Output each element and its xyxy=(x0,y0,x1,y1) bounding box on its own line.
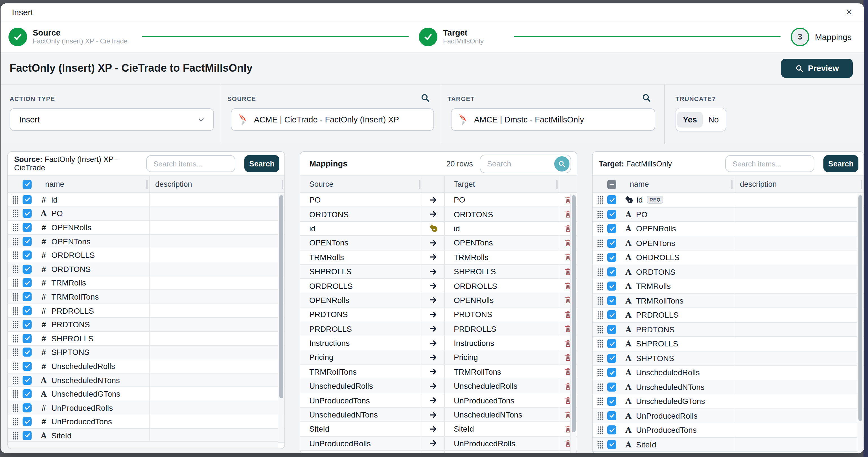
row-checkbox[interactable] xyxy=(607,224,616,233)
row-checkbox[interactable] xyxy=(607,411,616,420)
row-checkbox[interactable] xyxy=(607,397,616,406)
row-checkbox[interactable] xyxy=(23,376,32,385)
drag-handle[interactable] xyxy=(12,376,19,384)
action-type-select[interactable]: Insert xyxy=(9,108,214,131)
required-badge: REQ xyxy=(647,196,663,204)
drag-handle[interactable] xyxy=(597,369,603,377)
row-checkbox[interactable] xyxy=(23,431,32,440)
row-checkbox[interactable] xyxy=(23,320,32,329)
drag-handle[interactable] xyxy=(12,307,19,315)
row-checkbox[interactable] xyxy=(607,426,616,435)
drag-handle[interactable] xyxy=(597,412,603,420)
drag-handle[interactable] xyxy=(12,251,19,259)
select-all-checkbox[interactable] xyxy=(607,180,616,189)
drag-handle[interactable] xyxy=(597,326,603,333)
target-search-button[interactable]: Search xyxy=(824,155,859,172)
drag-handle[interactable] xyxy=(597,397,603,405)
drag-handle[interactable] xyxy=(597,282,603,290)
row-checkbox[interactable] xyxy=(607,195,616,204)
row-checkbox[interactable] xyxy=(607,311,616,320)
drag-handle[interactable] xyxy=(12,279,19,287)
drag-handle[interactable] xyxy=(12,293,19,301)
drag-handle[interactable] xyxy=(597,196,603,204)
row-checkbox[interactable] xyxy=(23,417,32,426)
row-checkbox[interactable] xyxy=(23,195,32,204)
scrollbar-thumb[interactable] xyxy=(572,195,576,432)
row-checkbox[interactable] xyxy=(607,296,616,305)
drag-handle[interactable] xyxy=(12,209,19,218)
truncate-yes-option[interactable]: Yes xyxy=(677,112,703,128)
row-checkbox[interactable] xyxy=(23,403,32,412)
row-checkbox[interactable] xyxy=(607,267,616,276)
step-target[interactable]: Target FactMillsOnly xyxy=(443,28,504,45)
drag-handle[interactable] xyxy=(597,254,603,262)
source-search-button[interactable]: Search xyxy=(244,155,279,172)
drag-handle[interactable] xyxy=(12,418,19,426)
table-row: AUnscheduledNTons xyxy=(593,380,864,394)
drag-handle[interactable] xyxy=(12,321,19,328)
row-checkbox[interactable] xyxy=(23,292,32,301)
target-search-icon[interactable] xyxy=(642,93,651,103)
drag-handle[interactable] xyxy=(12,390,19,398)
drag-handle[interactable] xyxy=(12,334,19,342)
drag-handle[interactable] xyxy=(597,383,603,391)
row-checkbox[interactable] xyxy=(23,306,32,315)
drag-handle[interactable] xyxy=(12,223,19,231)
drag-handle[interactable] xyxy=(597,340,603,348)
panels-area: Source: FactOnly (Insert) XP - CieTrade … xyxy=(1,144,864,453)
target-items-search-input[interactable] xyxy=(725,155,814,172)
row-checkbox[interactable] xyxy=(23,223,32,232)
row-checkbox[interactable] xyxy=(23,334,32,343)
mappings-search-button[interactable] xyxy=(554,156,569,171)
drag-handle[interactable] xyxy=(597,354,603,362)
key-icon xyxy=(625,196,633,204)
row-checkbox[interactable] xyxy=(607,210,616,219)
drag-handle[interactable] xyxy=(12,237,19,245)
row-checkbox[interactable] xyxy=(23,265,32,274)
drag-handle[interactable] xyxy=(597,297,603,305)
truncate-no-option[interactable]: No xyxy=(703,112,724,128)
row-checkbox[interactable] xyxy=(23,362,32,371)
drag-handle[interactable] xyxy=(12,349,19,356)
row-checkbox[interactable] xyxy=(607,325,616,334)
step-mappings[interactable]: Mappings xyxy=(815,32,851,41)
drag-handle[interactable] xyxy=(12,362,19,370)
scrollbar-thumb[interactable] xyxy=(859,195,862,421)
drag-handle[interactable] xyxy=(597,225,603,233)
step-source[interactable]: Source FactOnly (Insert) XP - CieTrade xyxy=(33,28,132,45)
row-checkbox[interactable] xyxy=(607,339,616,349)
drag-handle[interactable] xyxy=(12,432,19,439)
field-name: ORDROLLS xyxy=(636,253,680,262)
drag-handle[interactable] xyxy=(597,268,603,276)
drag-handle[interactable] xyxy=(12,265,19,273)
row-checkbox[interactable] xyxy=(607,239,616,248)
row-checkbox[interactable] xyxy=(607,282,616,291)
drag-handle[interactable] xyxy=(597,426,603,434)
row-checkbox[interactable] xyxy=(23,180,32,189)
row-checkbox[interactable] xyxy=(23,389,32,398)
row-checkbox[interactable] xyxy=(23,237,32,246)
source-connection-field[interactable]: ACME | CieTrade - FactOnly (Insert) XP xyxy=(231,108,434,131)
row-checkbox[interactable] xyxy=(607,354,616,363)
row-checkbox[interactable] xyxy=(607,383,616,392)
drag-handle[interactable] xyxy=(597,311,603,319)
close-icon[interactable]: ✕ xyxy=(845,8,853,17)
row-checkbox[interactable] xyxy=(607,368,616,377)
row-checkbox[interactable] xyxy=(23,279,32,288)
row-checkbox[interactable] xyxy=(23,348,32,357)
row-checkbox[interactable] xyxy=(23,209,32,218)
horizontal-scrollbar[interactable] xyxy=(8,441,278,448)
preview-button[interactable]: Preview xyxy=(781,59,853,78)
scrollbar-thumb[interactable] xyxy=(279,195,283,398)
drag-handle[interactable] xyxy=(597,210,603,218)
drag-handle[interactable] xyxy=(597,440,603,449)
source-search-icon[interactable] xyxy=(421,93,430,103)
row-checkbox[interactable] xyxy=(607,253,616,262)
target-connection-field[interactable]: AMCE | Dmstc - FactMillsOnly xyxy=(451,108,655,131)
drag-handle[interactable] xyxy=(12,196,19,204)
source-items-search-input[interactable] xyxy=(146,155,235,172)
drag-handle[interactable] xyxy=(597,239,603,247)
row-checkbox[interactable] xyxy=(23,251,32,260)
row-checkbox[interactable] xyxy=(607,440,616,449)
drag-handle[interactable] xyxy=(12,404,19,412)
